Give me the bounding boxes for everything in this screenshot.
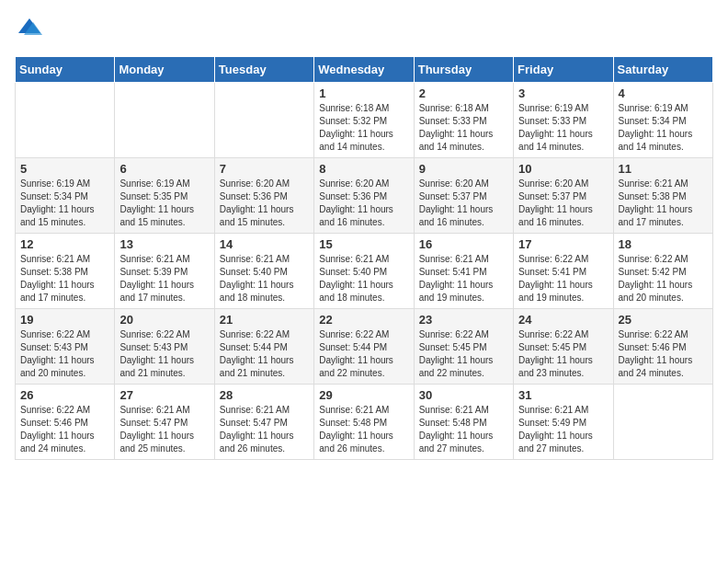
- day-info: Sunrise: 6:21 AM Sunset: 5:49 PM Dayligh…: [518, 404, 608, 455]
- calendar-header-saturday: Saturday: [613, 57, 712, 83]
- calendar-cell: 9Sunrise: 6:20 AM Sunset: 5:37 PM Daylig…: [414, 158, 513, 234]
- day-info: Sunrise: 6:22 AM Sunset: 5:45 PM Dayligh…: [518, 328, 608, 380]
- calendar-cell: 2Sunrise: 6:18 AM Sunset: 5:33 PM Daylig…: [414, 83, 513, 158]
- day-info: Sunrise: 6:22 AM Sunset: 5:44 PM Dayligh…: [319, 328, 408, 380]
- calendar-week-row: 19Sunrise: 6:22 AM Sunset: 5:43 PM Dayli…: [16, 309, 713, 385]
- calendar-header-row: SundayMondayTuesdayWednesdayThursdayFrid…: [16, 57, 713, 83]
- day-info: Sunrise: 6:22 AM Sunset: 5:43 PM Dayligh…: [119, 328, 209, 380]
- calendar-table: SundayMondayTuesdayWednesdayThursdayFrid…: [15, 56, 713, 460]
- calendar-cell: 19Sunrise: 6:22 AM Sunset: 5:43 PM Dayli…: [16, 309, 115, 385]
- day-info: Sunrise: 6:21 AM Sunset: 5:38 PM Dayligh…: [20, 253, 109, 304]
- day-number: 2: [419, 86, 508, 100]
- calendar-cell: 5Sunrise: 6:19 AM Sunset: 5:34 PM Daylig…: [16, 158, 115, 234]
- calendar-cell: 29Sunrise: 6:21 AM Sunset: 5:48 PM Dayli…: [314, 385, 414, 460]
- day-info: Sunrise: 6:19 AM Sunset: 5:35 PM Dayligh…: [119, 178, 209, 229]
- day-info: Sunrise: 6:22 AM Sunset: 5:46 PM Dayligh…: [619, 328, 708, 380]
- calendar-cell: [214, 83, 313, 158]
- calendar-cell: [115, 83, 214, 158]
- day-number: 28: [220, 388, 309, 402]
- calendar-cell: 16Sunrise: 6:21 AM Sunset: 5:41 PM Dayli…: [414, 234, 513, 309]
- day-info: Sunrise: 6:22 AM Sunset: 5:44 PM Dayligh…: [220, 328, 309, 380]
- day-number: 29: [319, 388, 408, 402]
- calendar-cell: 24Sunrise: 6:22 AM Sunset: 5:45 PM Dayli…: [514, 309, 613, 385]
- day-number: 20: [119, 313, 209, 327]
- day-number: 1: [319, 86, 408, 100]
- calendar-cell: 21Sunrise: 6:22 AM Sunset: 5:44 PM Dayli…: [214, 309, 313, 385]
- day-number: 22: [319, 313, 408, 327]
- calendar-cell: 10Sunrise: 6:20 AM Sunset: 5:37 PM Dayli…: [514, 158, 613, 234]
- day-number: 26: [20, 388, 109, 402]
- calendar-header-friday: Friday: [514, 57, 613, 83]
- calendar-cell: 23Sunrise: 6:22 AM Sunset: 5:45 PM Dayli…: [414, 309, 513, 385]
- calendar-cell: 7Sunrise: 6:20 AM Sunset: 5:36 PM Daylig…: [214, 158, 313, 234]
- calendar-header-sunday: Sunday: [16, 57, 115, 83]
- day-number: 10: [518, 162, 608, 176]
- calendar-cell: [613, 385, 712, 460]
- day-number: 12: [20, 237, 109, 251]
- day-info: Sunrise: 6:22 AM Sunset: 5:45 PM Dayligh…: [419, 328, 508, 380]
- day-number: 16: [419, 237, 508, 251]
- calendar-header-thursday: Thursday: [414, 57, 513, 83]
- day-info: Sunrise: 6:20 AM Sunset: 5:36 PM Dayligh…: [220, 178, 309, 229]
- day-number: 27: [119, 388, 209, 402]
- day-info: Sunrise: 6:19 AM Sunset: 5:34 PM Dayligh…: [619, 102, 708, 154]
- day-info: Sunrise: 6:22 AM Sunset: 5:41 PM Dayligh…: [518, 253, 608, 304]
- day-info: Sunrise: 6:21 AM Sunset: 5:39 PM Dayligh…: [119, 253, 209, 304]
- day-number: 14: [220, 237, 309, 251]
- day-info: Sunrise: 6:20 AM Sunset: 5:36 PM Dayligh…: [319, 178, 408, 229]
- day-number: 3: [518, 86, 608, 100]
- calendar-week-row: 12Sunrise: 6:21 AM Sunset: 5:38 PM Dayli…: [16, 234, 713, 309]
- calendar-header-tuesday: Tuesday: [214, 57, 313, 83]
- day-info: Sunrise: 6:21 AM Sunset: 5:38 PM Dayligh…: [619, 178, 708, 229]
- calendar-cell: 14Sunrise: 6:21 AM Sunset: 5:40 PM Dayli…: [214, 234, 313, 309]
- calendar-header-monday: Monday: [115, 57, 214, 83]
- day-number: 24: [518, 313, 608, 327]
- calendar-cell: 1Sunrise: 6:18 AM Sunset: 5:32 PM Daylig…: [314, 83, 414, 158]
- day-info: Sunrise: 6:21 AM Sunset: 5:40 PM Dayligh…: [319, 253, 408, 304]
- calendar-cell: 3Sunrise: 6:19 AM Sunset: 5:33 PM Daylig…: [514, 83, 613, 158]
- page-header: [15, 15, 713, 45]
- calendar-cell: 26Sunrise: 6:22 AM Sunset: 5:46 PM Dayli…: [16, 385, 115, 460]
- calendar-cell: 25Sunrise: 6:22 AM Sunset: 5:46 PM Dayli…: [613, 309, 712, 385]
- logo-icon: [17, 15, 42, 40]
- day-number: 21: [220, 313, 309, 327]
- day-number: 25: [619, 313, 708, 327]
- calendar-cell: 31Sunrise: 6:21 AM Sunset: 5:49 PM Dayli…: [514, 385, 613, 460]
- calendar-cell: [16, 83, 115, 158]
- day-info: Sunrise: 6:22 AM Sunset: 5:46 PM Dayligh…: [20, 404, 109, 455]
- logo: [15, 15, 42, 45]
- day-info: Sunrise: 6:19 AM Sunset: 5:33 PM Dayligh…: [518, 102, 608, 154]
- calendar-week-row: 5Sunrise: 6:19 AM Sunset: 5:34 PM Daylig…: [16, 158, 713, 234]
- calendar-cell: 8Sunrise: 6:20 AM Sunset: 5:36 PM Daylig…: [314, 158, 414, 234]
- day-info: Sunrise: 6:21 AM Sunset: 5:47 PM Dayligh…: [119, 404, 209, 455]
- day-info: Sunrise: 6:21 AM Sunset: 5:48 PM Dayligh…: [419, 404, 508, 455]
- day-number: 9: [419, 162, 508, 176]
- day-info: Sunrise: 6:22 AM Sunset: 5:43 PM Dayligh…: [20, 328, 109, 380]
- day-info: Sunrise: 6:21 AM Sunset: 5:40 PM Dayligh…: [220, 253, 309, 304]
- calendar-cell: 28Sunrise: 6:21 AM Sunset: 5:47 PM Dayli…: [214, 385, 313, 460]
- day-number: 23: [419, 313, 508, 327]
- day-info: Sunrise: 6:18 AM Sunset: 5:33 PM Dayligh…: [419, 102, 508, 154]
- day-info: Sunrise: 6:20 AM Sunset: 5:37 PM Dayligh…: [518, 178, 608, 229]
- day-number: 13: [119, 237, 209, 251]
- calendar-cell: 12Sunrise: 6:21 AM Sunset: 5:38 PM Dayli…: [16, 234, 115, 309]
- day-number: 5: [20, 162, 109, 176]
- calendar-cell: 20Sunrise: 6:22 AM Sunset: 5:43 PM Dayli…: [115, 309, 214, 385]
- day-number: 6: [119, 162, 209, 176]
- day-info: Sunrise: 6:22 AM Sunset: 5:42 PM Dayligh…: [619, 253, 708, 304]
- calendar-cell: 13Sunrise: 6:21 AM Sunset: 5:39 PM Dayli…: [115, 234, 214, 309]
- day-number: 31: [518, 388, 608, 402]
- day-number: 19: [20, 313, 109, 327]
- day-info: Sunrise: 6:21 AM Sunset: 5:41 PM Dayligh…: [419, 253, 508, 304]
- day-number: 18: [619, 237, 708, 251]
- day-number: 15: [319, 237, 408, 251]
- day-info: Sunrise: 6:21 AM Sunset: 5:47 PM Dayligh…: [220, 404, 309, 455]
- day-number: 11: [619, 162, 708, 176]
- calendar-cell: 6Sunrise: 6:19 AM Sunset: 5:35 PM Daylig…: [115, 158, 214, 234]
- calendar-cell: 15Sunrise: 6:21 AM Sunset: 5:40 PM Dayli…: [314, 234, 414, 309]
- day-number: 30: [419, 388, 508, 402]
- calendar-header-wednesday: Wednesday: [314, 57, 414, 83]
- calendar-cell: 30Sunrise: 6:21 AM Sunset: 5:48 PM Dayli…: [414, 385, 513, 460]
- day-info: Sunrise: 6:18 AM Sunset: 5:32 PM Dayligh…: [319, 102, 408, 154]
- calendar-week-row: 1Sunrise: 6:18 AM Sunset: 5:32 PM Daylig…: [16, 83, 713, 158]
